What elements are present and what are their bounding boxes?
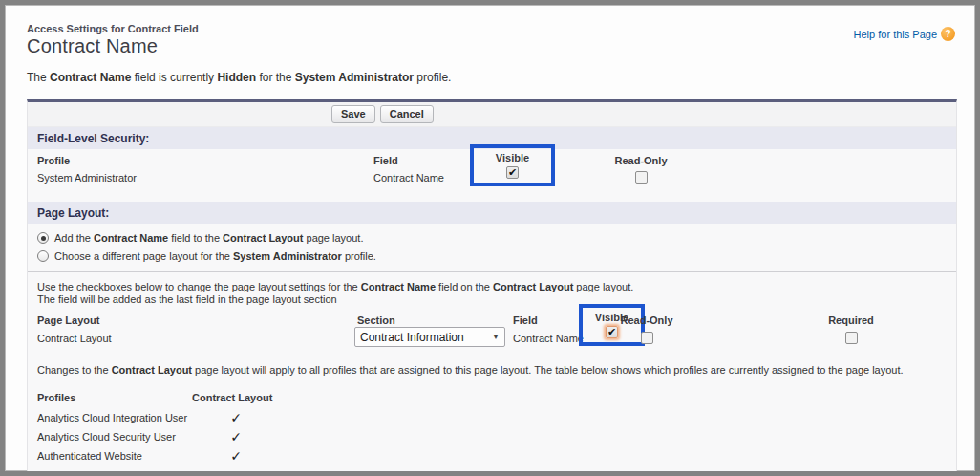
- help-link-label: Help for this Page: [854, 29, 937, 40]
- instructions-line1: Use the checkboxes below to change the p…: [37, 281, 956, 293]
- section-header-page-layout: Page Layout:: [28, 202, 956, 224]
- profiles-header-row: Profiles Contract Layout: [37, 387, 956, 408]
- column-header-profile: Profile: [37, 155, 70, 166]
- intro-text: for the: [256, 71, 295, 84]
- radio1-field: Contract Name: [94, 232, 168, 244]
- visible-highlight-box: Visible ✔: [470, 144, 555, 186]
- changes-text: page layout will apply to all profiles t…: [192, 364, 904, 376]
- radio1-text: field to the: [168, 232, 223, 244]
- intro-text: profile.: [414, 71, 451, 84]
- assigned-check-icon: ✓: [230, 429, 242, 444]
- profile-row: Authenticated Website ✓: [37, 446, 956, 465]
- instr-layout: Contract Layout: [493, 281, 573, 292]
- instr-text: field on the: [436, 281, 493, 292]
- button-group: Save Cancel: [331, 105, 434, 123]
- assigned-check-icon: ✓: [230, 448, 242, 464]
- button-row: Save Cancel: [28, 102, 956, 127]
- page-kicker: Access Settings for Contract Field: [27, 23, 957, 34]
- radio1-text: page layout.: [303, 232, 363, 244]
- page-layout-body: Add the Contract Name field to the Contr…: [28, 224, 956, 476]
- radio2-profile: System Administrator: [233, 250, 342, 262]
- column-header-visible: Visible: [496, 152, 529, 163]
- section-select-value: Contract Information: [360, 331, 464, 344]
- column-header-section: Section: [357, 314, 395, 326]
- profile-name: Analytics Cloud Integration User: [37, 412, 192, 423]
- column-header-field: Field: [513, 314, 538, 326]
- profile-row: Analytics Cloud Integration User ✓: [37, 408, 956, 427]
- profile-name: Authenticated Website: [37, 450, 192, 462]
- read-only-checkbox[interactable]: [641, 332, 653, 344]
- screenshot-frame: Access Settings for Contract Field Contr…: [0, 0, 980, 476]
- profiles-table: Profiles Contract Layout Analytics Cloud…: [37, 387, 956, 476]
- profile-name: Analytics Cloud Security User: [37, 431, 192, 443]
- profile-name: Contract Manager: [37, 469, 192, 476]
- column-header-page-layout: Page Layout: [37, 314, 99, 326]
- page-layout-table: Page Layout Contract Layout Section Cont…: [28, 313, 956, 355]
- column-header-field: Field: [373, 155, 398, 166]
- page-content: Access Settings for Contract Field Contr…: [27, 5, 957, 476]
- profile-row: Analytics Cloud Security User ✓: [37, 427, 956, 446]
- assigned-check-icon: ✓: [230, 410, 242, 425]
- intro-profile: System Administrator: [295, 71, 414, 84]
- required-checkbox[interactable]: [845, 332, 858, 344]
- radio-label: Choose a different page layout for the S…: [54, 250, 376, 262]
- radio1-text: Add the: [54, 232, 94, 244]
- instr-text: page layout.: [573, 281, 633, 292]
- intro-text: The: [27, 71, 50, 84]
- intro-visibility: Hidden: [217, 71, 256, 84]
- form-block: Save Cancel Field-Level Security: Profil…: [27, 99, 957, 476]
- field-value: Contract Name: [373, 172, 444, 184]
- radio-button-unselected[interactable]: [37, 250, 49, 262]
- instr-text: Use the checkboxes below to change the p…: [37, 281, 361, 292]
- field-level-security-table: Profile Field System Administrator Contr…: [28, 149, 956, 202]
- changes-text: Changes to the: [37, 364, 112, 376]
- radio-option-choose-layout[interactable]: Choose a different page layout for the S…: [37, 249, 956, 263]
- intro-text: field is currently: [131, 71, 217, 84]
- profile-row: Contract Manager ✓: [37, 465, 956, 476]
- instr-field: Contract Name: [361, 281, 436, 292]
- status-sentence: The Contract Name field is currently Hid…: [27, 71, 957, 84]
- radio1-layout: Contract Layout: [223, 232, 303, 244]
- save-button[interactable]: Save: [331, 105, 375, 123]
- assigned-check-icon: ✓: [230, 467, 242, 476]
- radio-button-selected[interactable]: [37, 232, 49, 244]
- column-header-read-only: Read-Only: [599, 314, 694, 326]
- instructions: Use the checkboxes below to change the p…: [37, 281, 956, 306]
- read-only-cell: [593, 171, 689, 185]
- help-icon[interactable]: ?: [941, 27, 955, 41]
- chevron-down-icon: ▼: [492, 333, 500, 341]
- section-select[interactable]: Contract Information ▼: [354, 327, 505, 347]
- radio2-text: Choose a different page layout for the: [54, 250, 233, 262]
- field-value: Contract Name: [513, 333, 584, 344]
- column-header-read-only: Read-Only: [593, 155, 689, 166]
- radio-label: Add the Contract Name field to the Contr…: [54, 232, 363, 244]
- profile-value: System Administrator: [37, 172, 137, 184]
- instructions-line2: The field will be added as the last fiel…: [37, 293, 956, 306]
- help-link[interactable]: Help for this Page ?: [854, 27, 955, 41]
- column-header-required: Required: [803, 314, 899, 326]
- required-cell: [803, 332, 899, 346]
- page-title: Contract Name: [27, 35, 957, 57]
- page-layout-value: Contract Layout: [37, 333, 112, 344]
- radio-option-add-field[interactable]: Add the Contract Name field to the Contr…: [37, 231, 956, 245]
- intro-field-name: Contract Name: [50, 71, 131, 84]
- divider: [28, 271, 956, 272]
- cancel-button[interactable]: Cancel: [380, 105, 434, 123]
- changes-layout: Contract Layout: [112, 364, 192, 376]
- column-header-profiles: Profiles: [37, 392, 192, 403]
- radio2-text: profile.: [342, 250, 376, 262]
- read-only-checkbox[interactable]: [635, 171, 648, 184]
- column-header-contract-layout: Contract Layout: [192, 392, 272, 403]
- visible-checkbox[interactable]: ✔: [506, 166, 519, 179]
- changes-note: Changes to the Contract Layout page layo…: [37, 364, 956, 376]
- read-only-cell: [599, 332, 694, 346]
